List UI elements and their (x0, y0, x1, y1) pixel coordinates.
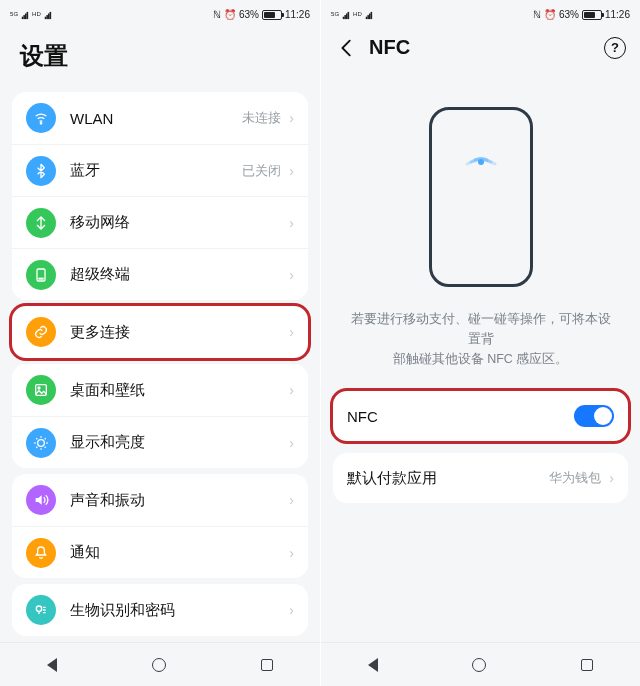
back-button[interactable] (335, 37, 359, 59)
settings-row-label: 生物识别和密码 (70, 601, 281, 620)
settings-screen: 5G HD ℕ ⏰ 63% 11:26 设置 WLAN未连接›蓝牙已关闭›移动网… (0, 0, 320, 686)
settings-row[interactable]: 超级终端› (12, 248, 308, 300)
svg-point-6 (36, 606, 41, 611)
nfc-wave-icon (451, 128, 511, 170)
nfc-toggle-label: NFC (347, 408, 574, 425)
signal-bars-1 (343, 12, 349, 19)
settings-row[interactable]: 移动网络› (12, 196, 308, 248)
alarm-icon: ⏰ (544, 9, 556, 20)
signal-bars-2 (366, 12, 372, 19)
svg-point-0 (40, 123, 41, 124)
nfc-toggle[interactable] (574, 405, 614, 427)
status-bar: 5G HD ℕ ⏰ 63% 11:26 (321, 0, 640, 22)
nav-back-button[interactable] (47, 658, 57, 672)
settings-row-label: 超级终端 (70, 265, 281, 284)
nfc-status-icon: ℕ (213, 9, 221, 20)
settings-row-label: 移动网络 (70, 213, 281, 232)
hd-badge: HD (32, 11, 41, 17)
alarm-icon: ⏰ (224, 9, 236, 20)
settings-row[interactable]: 更多连接› (12, 306, 308, 358)
default-pay-app-label: 默认付款应用 (347, 469, 549, 488)
wallpaper-icon (26, 375, 56, 405)
battery-icon (262, 10, 282, 20)
settings-row[interactable]: 桌面和壁纸› (12, 364, 308, 416)
default-pay-app-row[interactable]: 默认付款应用 华为钱包 › (333, 453, 628, 503)
bell-icon (26, 538, 56, 568)
default-pay-app-value: 华为钱包 (549, 469, 601, 487)
settings-row[interactable]: 声音和振动› (12, 474, 308, 526)
wifi-icon (26, 103, 56, 133)
settings-row[interactable]: WLAN未连接› (12, 92, 308, 144)
chevron-right-icon: › (289, 163, 294, 179)
chevron-right-icon: › (289, 545, 294, 561)
chevron-right-icon: › (289, 267, 294, 283)
hd-badge: HD (353, 11, 362, 17)
settings-list: WLAN未连接›蓝牙已关闭›移动网络›超级终端›更多连接›桌面和壁纸›显示和亮度… (0, 86, 320, 686)
page-title: NFC (369, 36, 410, 59)
nfc-description: 若要进行移动支付、碰一碰等操作，可将本设置背 部触碰其他设备 NFC 感应区。 (321, 297, 640, 385)
settings-group: 更多连接› (12, 306, 308, 358)
settings-row[interactable]: 通知› (12, 526, 308, 578)
svg-point-7 (478, 159, 484, 165)
link-icon (26, 317, 56, 347)
svg-rect-2 (39, 278, 43, 279)
chevron-right-icon: › (289, 602, 294, 618)
settings-row-label: 桌面和壁纸 (70, 381, 281, 400)
chevron-right-icon: › (289, 324, 294, 340)
signal-bars-2 (45, 12, 51, 19)
nfc-illustration (321, 67, 640, 297)
help-button[interactable]: ? (604, 37, 626, 59)
chevron-right-icon: › (289, 110, 294, 126)
settings-row-label: 通知 (70, 543, 281, 562)
settings-row-value: 已关闭 (242, 162, 281, 180)
settings-row-value: 未连接 (242, 109, 281, 127)
clock: 11:26 (285, 9, 310, 20)
signal-bars-1 (22, 12, 28, 19)
battery-icon (582, 10, 602, 20)
nav-recents-button[interactable] (261, 659, 273, 671)
page-title: 设置 (0, 22, 320, 86)
net-badge-1: 5G (331, 11, 339, 17)
clock: 11:26 (605, 9, 630, 20)
chevron-right-icon: › (289, 492, 294, 508)
bluetooth-icon (26, 156, 56, 186)
settings-row-label: 声音和振动 (70, 491, 281, 510)
settings-row-label: 显示和亮度 (70, 433, 281, 452)
nav-bar (321, 642, 640, 686)
battery-pct: 63% (559, 9, 579, 20)
device-icon (26, 260, 56, 290)
settings-row[interactable]: 蓝牙已关闭› (12, 144, 308, 196)
chevron-right-icon: › (609, 470, 614, 486)
chevron-right-icon: › (289, 215, 294, 231)
fingerprint-icon (26, 595, 56, 625)
nfc-screen: 5G HD ℕ ⏰ 63% 11:26 NFC ? (320, 0, 640, 686)
status-bar: 5G HD ℕ ⏰ 63% 11:26 (0, 0, 320, 22)
settings-row-label: WLAN (70, 110, 242, 127)
svg-point-5 (38, 439, 45, 446)
nfc-status-icon: ℕ (533, 9, 541, 20)
chevron-right-icon: › (289, 435, 294, 451)
settings-group: 桌面和壁纸›显示和亮度› (12, 364, 308, 468)
sound-icon (26, 485, 56, 515)
nav-bar (0, 642, 320, 686)
nav-home-button[interactable] (472, 658, 486, 672)
settings-row-label: 蓝牙 (70, 161, 242, 180)
settings-row[interactable]: 显示和亮度› (12, 416, 308, 468)
nav-recents-button[interactable] (581, 659, 593, 671)
settings-group: WLAN未连接›蓝牙已关闭›移动网络›超级终端› (12, 92, 308, 300)
cellular-icon (26, 208, 56, 238)
battery-pct: 63% (239, 9, 259, 20)
chevron-right-icon: › (289, 382, 294, 398)
settings-row-label: 更多连接 (70, 323, 281, 342)
svg-rect-3 (36, 385, 47, 396)
svg-point-4 (38, 387, 40, 389)
net-badge-1: 5G (10, 11, 18, 17)
header: NFC ? (321, 22, 640, 67)
settings-row[interactable]: 生物识别和密码› (12, 584, 308, 636)
nfc-toggle-row: NFC (333, 391, 628, 441)
display-icon (26, 428, 56, 458)
nav-back-button[interactable] (368, 658, 378, 672)
nav-home-button[interactable] (152, 658, 166, 672)
settings-group: 声音和振动›通知› (12, 474, 308, 578)
settings-group: 生物识别和密码› (12, 584, 308, 636)
